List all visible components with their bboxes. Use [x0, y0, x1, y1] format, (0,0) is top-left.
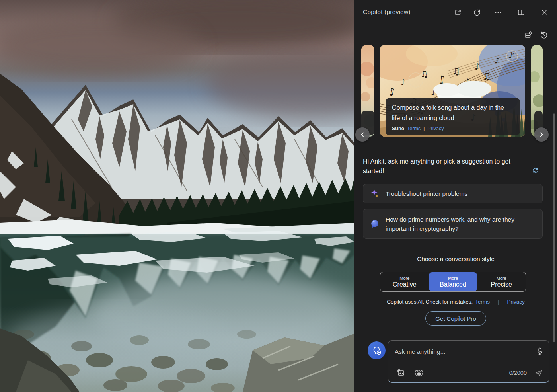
split-view-icon[interactable]	[517, 8, 526, 17]
screenshot-icon[interactable]	[414, 368, 424, 378]
plugins-icon[interactable]	[524, 31, 533, 39]
conversation-style-selector: More Creative More Balanced More Precise	[380, 272, 526, 292]
composer: 0/2000	[388, 340, 549, 383]
style-option-name: Balanced	[440, 281, 466, 288]
suggestion-carousel: ♪ ♪ ♫ ♫ ♪ ♪ ♫ ♪ ♪ ♫ ♪ ♪ ♫ ♪ ♪	[354, 45, 557, 137]
disclaimer-separator: |	[498, 299, 499, 305]
carousel-card-previous[interactable]	[361, 45, 374, 137]
open-in-new-window-icon[interactable]	[454, 8, 462, 17]
svg-text:♫: ♫	[482, 70, 491, 82]
suggestion-text: How do prime numbers work, and why are t…	[386, 215, 525, 233]
style-option-prefix: More	[448, 276, 458, 281]
history-icon[interactable]	[539, 31, 548, 39]
style-option-prefix: More	[399, 276, 409, 281]
chevron-right-icon	[539, 132, 544, 137]
refresh-icon[interactable]	[473, 8, 481, 17]
style-option-name: Precise	[491, 281, 512, 288]
style-option-prefix: More	[497, 276, 506, 281]
carousel-next-button[interactable]	[534, 127, 549, 142]
carousel-privacy-link[interactable]: Privacy	[428, 126, 444, 131]
carousel-card-next[interactable]	[531, 45, 543, 137]
suggestion-card-printer[interactable]: Troubleshoot printer problems	[363, 184, 543, 203]
svg-text:♫: ♫	[419, 68, 428, 80]
carousel-prev-button[interactable]	[355, 127, 370, 142]
get-copilot-pro-button[interactable]: Get Copilot Pro	[425, 311, 486, 326]
add-image-icon[interactable]	[396, 368, 406, 378]
send-icon[interactable]	[534, 368, 543, 378]
greeting-text: Hi Ankit, ask me anything or pick a sugg…	[363, 157, 515, 176]
privacy-link[interactable]: Privacy	[507, 299, 525, 305]
new-topic-icon	[372, 345, 382, 356]
svg-text:♪: ♪	[475, 62, 480, 72]
panel-scrollbar[interactable]	[553, 113, 555, 342]
carousel-terms-link[interactable]: Terms	[407, 126, 421, 131]
style-option-precise[interactable]: More Precise	[477, 272, 526, 291]
carousel-card[interactable]: ♪ ♪ ♫ ♫ ♪ ♪ ♫ ♪ ♪ ♫ ♪ ♪ ♫ ♪ ♪	[380, 45, 525, 137]
style-option-balanced[interactable]: More Balanced	[429, 272, 477, 291]
copilot-panel: Copilot (preview)	[354, 0, 557, 392]
suggestion-text: Troubleshoot printer problems	[386, 189, 467, 198]
terms-link[interactable]: Terms	[475, 299, 490, 305]
swap-suggestions-icon[interactable]	[531, 166, 540, 175]
desktop: Copilot (preview)	[0, 0, 557, 392]
style-option-name: Creative	[393, 281, 417, 288]
style-option-creative[interactable]: More Creative	[380, 272, 429, 291]
more-options-icon[interactable]	[494, 8, 502, 17]
sparkle-icon	[370, 189, 380, 199]
disclaimer-text: Copilot uses AI. Check for mistakes.	[387, 299, 473, 305]
carousel-caption: Compose a folk song about a day in the l…	[386, 98, 520, 135]
chat-bubble-icon	[370, 219, 380, 229]
close-icon[interactable]	[540, 8, 549, 17]
carousel-source: Suno	[392, 126, 404, 131]
chevron-left-icon	[360, 132, 365, 137]
svg-text:♪: ♪	[495, 56, 500, 65]
microphone-icon[interactable]	[536, 347, 544, 356]
svg-text:♫: ♫	[452, 66, 460, 77]
ai-disclaimer: Copilot uses AI. Check for mistakes. Ter…	[354, 299, 557, 305]
suggestion-card-primes[interactable]: How do prime numbers work, and why are t…	[363, 209, 543, 239]
conversation-style-heading: Choose a conversation style	[354, 255, 557, 263]
char-counter: 0/2000	[509, 370, 527, 376]
panel-title: Copilot (preview)	[363, 8, 411, 16]
desktop-wallpaper	[0, 0, 354, 392]
ask-input[interactable]	[395, 347, 522, 357]
carousel-caption-text: Compose a folk song about a day in the l…	[392, 103, 514, 123]
carousel-separator: |	[423, 126, 425, 131]
new-topic-button[interactable]	[368, 341, 386, 359]
svg-text:♪: ♪	[401, 77, 406, 87]
